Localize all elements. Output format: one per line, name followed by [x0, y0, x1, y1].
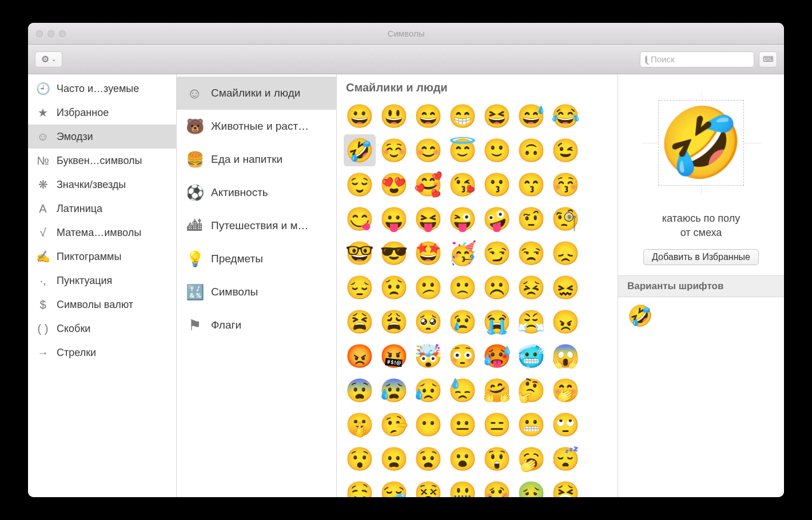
zoom-window-button[interactable] [59, 30, 66, 37]
search-field[interactable] [640, 51, 754, 67]
emoji-cell[interactable]: 🥳 [447, 237, 479, 269]
settings-menu-button[interactable]: ⚙ ⌄ [35, 51, 62, 67]
emoji-cell[interactable]: 😂 [550, 100, 582, 132]
emoji-cell[interactable]: 🤣 [344, 134, 376, 166]
emoji-cell[interactable]: 🙄 [550, 409, 582, 441]
emoji-cell[interactable]: 😴 [550, 443, 582, 475]
emoji-cell[interactable]: 😋 [344, 203, 376, 235]
emoji-cell[interactable]: 🥵 [481, 340, 513, 372]
add-to-favorites-button[interactable]: Добавить в Избранные [643, 249, 759, 265]
category-item[interactable]: 🕘Часто и…зуемые [28, 77, 176, 101]
emoji-cell[interactable]: ☺️ [378, 134, 410, 166]
emoji-cell[interactable]: 😣 [515, 271, 547, 303]
emoji-cell[interactable]: 🤬 [378, 340, 410, 372]
emoji-cell[interactable]: 🤨 [515, 203, 547, 235]
emoji-cell[interactable]: 😖 [550, 271, 582, 303]
emoji-cell[interactable]: 😊 [412, 134, 444, 166]
search-input[interactable] [651, 54, 759, 64]
emoji-cell[interactable]: 😀 [344, 100, 376, 132]
subcategory-item[interactable]: 🐻Животные и раст… [177, 110, 336, 143]
emoji-cell[interactable]: 🤭 [550, 374, 582, 406]
emoji-cell[interactable]: 😅 [515, 100, 547, 132]
emoji-cell[interactable]: 😩 [378, 306, 410, 338]
emoji-cell[interactable]: 😆 [481, 100, 513, 132]
emoji-cell[interactable]: 😎 [378, 237, 410, 269]
emoji-cell[interactable]: 😫 [344, 306, 376, 338]
subcategory-item[interactable]: 🏙Путешествия и м… [177, 209, 336, 242]
emoji-cell[interactable]: 😁 [447, 100, 479, 132]
emoji-cell[interactable]: 🥰 [412, 169, 444, 201]
emoji-cell[interactable]: 😕 [412, 271, 444, 303]
emoji-cell[interactable]: 😶 [412, 409, 444, 441]
category-item[interactable]: AЛатиница [28, 197, 176, 221]
emoji-cell[interactable]: 😚 [550, 169, 582, 201]
emoji-cell[interactable]: 😭 [481, 306, 513, 338]
emoji-cell[interactable]: ☹️ [481, 271, 513, 303]
emoji-cell[interactable]: 😳 [447, 340, 479, 372]
subcategory-item[interactable]: ☺Смайлики и люди [177, 77, 336, 110]
emoji-cell[interactable]: 😧 [412, 443, 444, 475]
emoji-cell[interactable]: 🤓 [344, 237, 376, 269]
emoji-cell[interactable]: 😰 [378, 374, 410, 406]
emoji-cell[interactable]: 😙 [515, 169, 547, 201]
subcategory-item[interactable]: 🔣Символы [177, 275, 336, 309]
emoji-cell[interactable]: 🤔 [515, 374, 547, 406]
emoji-cell[interactable]: 😢 [447, 306, 479, 338]
emoji-cell[interactable]: 😒 [515, 237, 547, 269]
emoji-cell[interactable]: 😡 [344, 340, 376, 372]
font-variant-item[interactable]: 🤣 [627, 304, 653, 327]
emoji-cell[interactable]: 😔 [344, 271, 376, 303]
category-item[interactable]: ✍Пиктограммы [28, 245, 176, 269]
emoji-cell[interactable]: 🤯 [412, 340, 444, 372]
emoji-cell[interactable]: 😨 [344, 374, 376, 406]
emoji-cell[interactable]: 😉 [550, 134, 582, 166]
emoji-cell[interactable]: 😟 [378, 271, 410, 303]
emoji-cell[interactable]: 🤩 [412, 237, 444, 269]
emoji-cell[interactable]: 😤 [515, 306, 547, 338]
emoji-cell[interactable]: 🥴 [481, 477, 513, 497]
emoji-cell[interactable]: 😦 [378, 443, 410, 475]
category-item[interactable]: ❋Значки/звезды [28, 173, 176, 197]
emoji-cell[interactable]: 😏 [481, 237, 513, 269]
emoji-cell[interactable]: 😐 [447, 409, 479, 441]
category-item[interactable]: №Буквен…символы [28, 149, 176, 173]
emoji-cell[interactable]: 😓 [447, 374, 479, 406]
emoji-cell[interactable]: 😇 [447, 134, 479, 166]
category-item[interactable]: ★Избранное [28, 101, 176, 125]
emoji-cell[interactable]: 😘 [447, 169, 479, 201]
emoji-cell[interactable]: 😄 [412, 100, 444, 132]
emoji-cell[interactable]: 🤢 [515, 477, 547, 497]
subcategory-item[interactable]: 🍔Еда и напитки [177, 143, 336, 176]
emoji-cell[interactable]: 😝 [412, 203, 444, 235]
emoji-cell[interactable]: 😗 [481, 169, 513, 201]
emoji-cell[interactable]: 😬 [515, 409, 547, 441]
emoji-cell[interactable]: 🙂 [481, 134, 513, 166]
close-window-button[interactable] [36, 30, 43, 37]
emoji-cell[interactable]: 🥺 [412, 306, 444, 338]
emoji-cell[interactable]: 😮 [447, 443, 479, 475]
emoji-cell[interactable]: 😯 [344, 443, 376, 475]
emoji-cell[interactable]: 😃 [378, 100, 410, 132]
emoji-cell[interactable]: 😑 [481, 409, 513, 441]
category-item[interactable]: ☺Эмодзи [28, 125, 176, 149]
emoji-cell[interactable]: 😍 [378, 169, 410, 201]
subcategory-item[interactable]: ⚑Флаги [177, 309, 336, 342]
category-item[interactable]: √Матема…имволы [28, 221, 176, 245]
emoji-cell[interactable]: 🤪 [481, 203, 513, 235]
emoji-cell[interactable]: 😪 [378, 477, 410, 497]
emoji-cell[interactable]: 🤗 [481, 374, 513, 406]
emoji-cell[interactable]: 🤫 [344, 409, 376, 441]
emoji-cell[interactable]: 😞 [550, 237, 582, 269]
emoji-cell[interactable]: 🧐 [550, 203, 582, 235]
emoji-cell[interactable]: 😱 [550, 340, 582, 372]
subcategory-item[interactable]: 💡Предметы [177, 242, 336, 275]
emoji-cell[interactable]: 😜 [447, 203, 479, 235]
emoji-cell[interactable]: 🤥 [378, 409, 410, 441]
category-item[interactable]: $Символы валют [28, 293, 176, 317]
category-item[interactable]: →Стрелки [28, 341, 176, 365]
emoji-cell[interactable]: 😵 [412, 477, 444, 497]
emoji-cell[interactable]: 🤮 [550, 477, 582, 497]
keyboard-viewer-button[interactable]: ⌨ [759, 51, 777, 67]
emoji-cell[interactable]: 😲 [481, 443, 513, 475]
emoji-cell[interactable]: 😥 [412, 374, 444, 406]
